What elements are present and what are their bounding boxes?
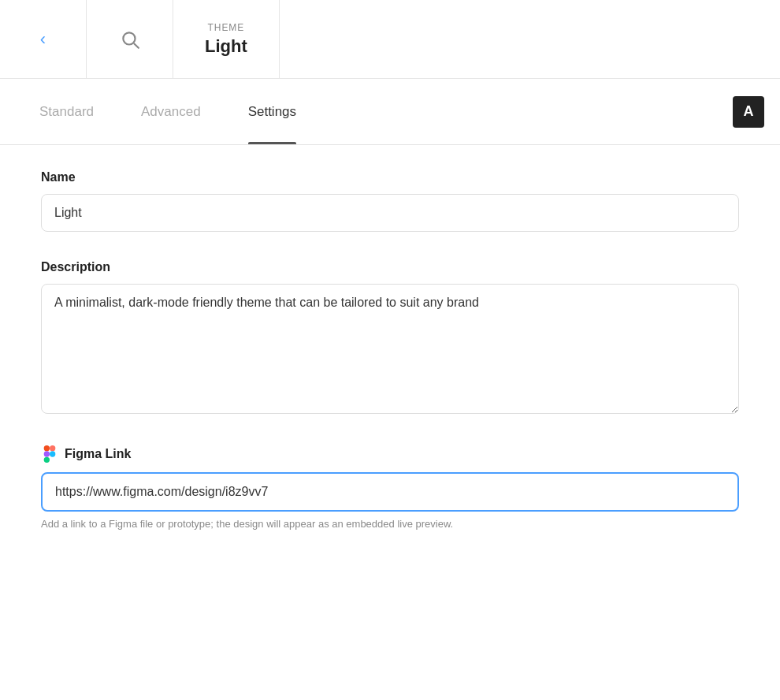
tab-settings[interactable]: Settings (225, 79, 320, 144)
figma-link-label: Figma Link (65, 447, 131, 461)
tab-standard[interactable]: Standard (16, 79, 117, 144)
svg-rect-2 (44, 445, 50, 451)
header: ‹ THEME Light (0, 0, 780, 79)
description-textarea[interactable]: A minimalist, dark-mode friendly theme t… (41, 284, 739, 414)
svg-point-0 (123, 32, 135, 44)
figma-link-field-group: Figma Link Add a link to a Figma file or… (41, 445, 739, 530)
svg-line-1 (134, 43, 138, 47)
tabs-bar: Standard Advanced Settings A (0, 79, 780, 145)
back-button[interactable]: ‹ (0, 0, 87, 78)
name-field-group: Name (41, 170, 739, 232)
back-arrow-icon: ‹ (40, 31, 46, 48)
search-button[interactable] (87, 0, 173, 78)
description-label: Description (41, 260, 739, 274)
svg-rect-5 (44, 457, 50, 463)
svg-rect-4 (44, 451, 50, 456)
tab-advanced-label: Advanced (141, 104, 201, 120)
a-button-label: A (744, 103, 754, 120)
theme-value: Light (205, 36, 247, 57)
description-field-group: Description A minimalist, dark-mode frie… (41, 260, 739, 417)
tab-advanced[interactable]: Advanced (117, 79, 225, 144)
theme-label: THEME (207, 22, 244, 33)
a-button[interactable]: A (733, 96, 764, 128)
figma-label-row: Figma Link (41, 445, 739, 463)
tab-standard-label: Standard (39, 104, 94, 120)
search-icon (120, 29, 140, 50)
figma-hint-text: Add a link to a Figma file or prototype;… (41, 518, 739, 530)
content-area: Name Description A minimalist, dark-mode… (0, 145, 780, 583)
svg-point-6 (50, 451, 55, 456)
tab-settings-label: Settings (248, 104, 296, 120)
theme-info: THEME Light (173, 0, 280, 78)
svg-rect-3 (50, 445, 55, 451)
figma-link-input[interactable] (41, 472, 739, 512)
figma-icon (41, 445, 58, 463)
name-input[interactable] (41, 194, 739, 232)
name-label: Name (41, 170, 739, 184)
